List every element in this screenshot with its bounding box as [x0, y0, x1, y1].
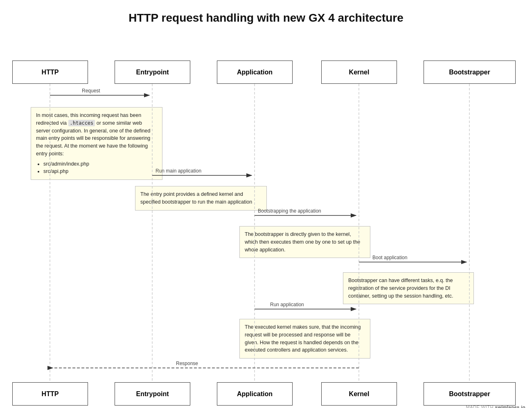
lane-http-bottom-label: HTTP: [42, 390, 59, 398]
svg-text:Bootstrapping the application: Bootstrapping the application: [258, 208, 321, 214]
lane-application-top: Application: [217, 61, 293, 84]
note-kernel-info: The executed kernel makes sure, that the…: [239, 319, 370, 359]
note1-item2: src/api.php: [43, 168, 157, 175]
svg-text:Run application: Run application: [270, 302, 304, 307]
note1-list: src/admin/index.php src/api.php: [43, 160, 157, 176]
lane-entrypoint-top: Entrypoint: [115, 61, 190, 84]
watermark: MADE WITH swimlanes.io: [466, 405, 525, 408]
note2-text: The entry point provides a defined kerne…: [140, 191, 252, 205]
svg-text:Response: Response: [176, 361, 198, 366]
lane-entrypoint-bottom: Entrypoint: [115, 382, 190, 406]
note1-code: .htacces: [68, 120, 95, 126]
note-entrypoint-info: The entry point provides a defined kerne…: [135, 186, 267, 211]
lane-kernel-bottom-label: Kernel: [349, 390, 370, 398]
note-request-info: In most cases, this incoming request has…: [31, 107, 162, 180]
lane-entrypoint-bottom-label: Entrypoint: [136, 390, 169, 398]
lane-http-bottom: HTTP: [12, 382, 88, 406]
note-boot-info: Bootstrapper can have different tasks, e…: [343, 272, 474, 304]
note1-item1: src/admin/index.php: [43, 160, 157, 168]
note5-text: The executed kernel makes sure, that the…: [245, 324, 361, 353]
svg-text:Boot application: Boot application: [372, 255, 407, 260]
lane-http-top: HTTP: [12, 61, 88, 84]
lane-bootstrapper-bottom: Bootstrapper: [424, 382, 516, 406]
lane-bootstrapper-bottom-label: Bootstrapper: [449, 390, 490, 398]
lane-kernel-top-label: Kernel: [349, 69, 370, 76]
note3-text: The bootstrapper is directly given to th…: [245, 231, 360, 253]
lane-application-top-label: Application: [237, 69, 273, 76]
note4-text: Bootstrapper can have different tasks, e…: [348, 278, 453, 299]
lane-application-bottom-label: Application: [237, 390, 273, 398]
lane-kernel-top: Kernel: [321, 61, 397, 84]
lane-http-top-label: HTTP: [42, 69, 59, 76]
diagram-container: HTTP Entrypoint Application Kernel Boots…: [0, 33, 532, 408]
page-title: HTTP request handling with new GX 4 arch…: [0, 0, 532, 33]
note-bootstrapper-info: The bootstrapper is directly given to th…: [239, 226, 370, 258]
lane-application-bottom: Application: [217, 382, 293, 406]
svg-text:Request: Request: [82, 88, 100, 94]
lane-bootstrapper-top: Bootstrapper: [424, 61, 516, 84]
watermark-brand: swimlanes.io: [495, 405, 525, 408]
lane-entrypoint-top-label: Entrypoint: [136, 69, 169, 76]
lane-kernel-bottom: Kernel: [321, 382, 397, 406]
lane-bootstrapper-top-label: Bootstrapper: [449, 69, 490, 76]
